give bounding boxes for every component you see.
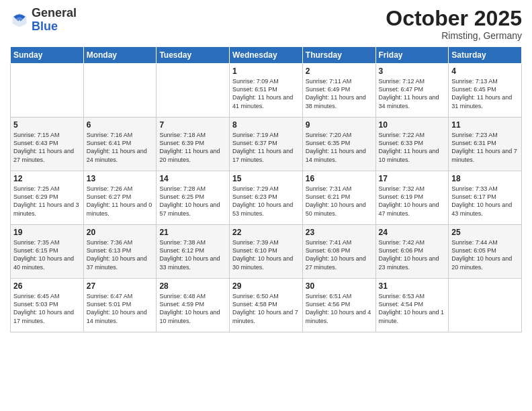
day-number: 21 (159, 228, 226, 237)
day-number: 18 (451, 174, 519, 183)
day-info: Sunrise: 6:45 AM Sunset: 5:03 PM Dayligh… (13, 292, 81, 325)
calendar-week-row: 12Sunrise: 7:25 AM Sunset: 6:29 PM Dayli… (11, 171, 522, 225)
day-info: Sunrise: 7:35 AM Sunset: 6:15 PM Dayligh… (13, 238, 81, 271)
day-number: 8 (232, 120, 300, 130)
day-number: 4 (451, 66, 519, 76)
day-number: 10 (379, 120, 446, 130)
table-row: 4Sunrise: 7:13 AM Sunset: 6:45 PM Daylig… (449, 64, 522, 118)
day-info: Sunrise: 7:44 AM Sunset: 6:05 PM Dayligh… (451, 238, 519, 271)
table-row: 30Sunrise: 6:51 AM Sunset: 4:56 PM Dayli… (302, 279, 375, 332)
table-row: 31Sunrise: 6:53 AM Sunset: 4:54 PM Dayli… (375, 279, 449, 332)
col-sunday: Sunday (11, 47, 84, 64)
day-info: Sunrise: 7:15 AM Sunset: 6:43 PM Dayligh… (13, 131, 81, 164)
day-info: Sunrise: 7:11 AM Sunset: 6:49 PM Dayligh… (306, 77, 373, 110)
day-number: 14 (159, 174, 226, 183)
day-number: 11 (451, 120, 519, 130)
table-row: 12Sunrise: 7:25 AM Sunset: 6:29 PM Dayli… (11, 171, 84, 225)
day-number: 15 (232, 174, 300, 183)
day-info: Sunrise: 7:20 AM Sunset: 6:35 PM Dayligh… (306, 131, 373, 164)
day-number: 7 (159, 120, 226, 130)
day-info: Sunrise: 7:09 AM Sunset: 6:51 PM Dayligh… (232, 77, 300, 110)
day-number: 27 (87, 281, 154, 291)
day-info: Sunrise: 7:28 AM Sunset: 6:25 PM Dayligh… (159, 185, 226, 218)
day-info: Sunrise: 7:36 AM Sunset: 6:13 PM Dayligh… (87, 238, 154, 271)
calendar: Sunday Monday Tuesday Wednesday Thursday… (10, 46, 522, 332)
day-info: Sunrise: 7:31 AM Sunset: 6:21 PM Dayligh… (306, 185, 373, 218)
day-info: Sunrise: 7:18 AM Sunset: 6:39 PM Dayligh… (159, 131, 226, 164)
day-number: 26 (13, 281, 81, 291)
day-info: Sunrise: 6:47 AM Sunset: 5:01 PM Dayligh… (87, 292, 154, 325)
day-number: 13 (87, 174, 154, 183)
day-info: Sunrise: 7:32 AM Sunset: 6:19 PM Dayligh… (379, 185, 446, 218)
day-number: 3 (379, 66, 446, 76)
day-info: Sunrise: 7:19 AM Sunset: 6:37 PM Dayligh… (232, 131, 300, 164)
table-row: 3Sunrise: 7:12 AM Sunset: 6:47 PM Daylig… (375, 64, 449, 118)
day-info: Sunrise: 7:25 AM Sunset: 6:29 PM Dayligh… (13, 185, 81, 218)
table-row: 2Sunrise: 7:11 AM Sunset: 6:49 PM Daylig… (302, 64, 375, 118)
calendar-week-row: 26Sunrise: 6:45 AM Sunset: 5:03 PM Dayli… (11, 279, 522, 332)
location: Rimsting, Germany (386, 30, 522, 41)
table-row: 29Sunrise: 6:50 AM Sunset: 4:58 PM Dayli… (230, 279, 303, 332)
day-info: Sunrise: 7:22 AM Sunset: 6:33 PM Dayligh… (379, 131, 446, 164)
day-number: 25 (451, 228, 519, 237)
day-info: Sunrise: 7:41 AM Sunset: 6:08 PM Dayligh… (306, 238, 373, 271)
table-row: 22Sunrise: 7:39 AM Sunset: 6:10 PM Dayli… (230, 225, 303, 279)
day-info: Sunrise: 7:42 AM Sunset: 6:06 PM Dayligh… (379, 238, 446, 271)
logo: General Blue (10, 7, 77, 34)
table-row: 24Sunrise: 7:42 AM Sunset: 6:06 PM Dayli… (375, 225, 449, 279)
day-number: 16 (306, 174, 373, 183)
table-row: 5Sunrise: 7:15 AM Sunset: 6:43 PM Daylig… (11, 118, 84, 171)
table-row (11, 64, 84, 118)
day-number: 6 (87, 120, 154, 130)
table-row: 27Sunrise: 6:47 AM Sunset: 5:01 PM Dayli… (83, 279, 157, 332)
day-number: 28 (159, 281, 226, 291)
table-row: 1Sunrise: 7:09 AM Sunset: 6:51 PM Daylig… (230, 64, 303, 118)
table-row: 14Sunrise: 7:28 AM Sunset: 6:25 PM Dayli… (157, 171, 230, 225)
day-info: Sunrise: 7:33 AM Sunset: 6:17 PM Dayligh… (451, 185, 519, 218)
day-info: Sunrise: 7:29 AM Sunset: 6:23 PM Dayligh… (232, 185, 300, 218)
day-info: Sunrise: 7:38 AM Sunset: 6:12 PM Dayligh… (159, 238, 226, 271)
table-row: 9Sunrise: 7:20 AM Sunset: 6:35 PM Daylig… (302, 118, 375, 171)
day-number: 5 (13, 120, 81, 130)
day-info: Sunrise: 6:48 AM Sunset: 4:59 PM Dayligh… (159, 292, 226, 325)
logo-icon (10, 11, 29, 30)
day-number: 1 (232, 66, 300, 76)
table-row: 13Sunrise: 7:26 AM Sunset: 6:27 PM Dayli… (83, 171, 157, 225)
day-number: 12 (13, 174, 81, 183)
calendar-week-row: 1Sunrise: 7:09 AM Sunset: 6:51 PM Daylig… (11, 64, 522, 118)
table-row: 10Sunrise: 7:22 AM Sunset: 6:33 PM Dayli… (375, 118, 449, 171)
col-monday: Monday (83, 47, 157, 64)
day-number: 17 (379, 174, 446, 183)
day-info: Sunrise: 6:51 AM Sunset: 4:56 PM Dayligh… (306, 292, 373, 325)
table-row: 21Sunrise: 7:38 AM Sunset: 6:12 PM Dayli… (157, 225, 230, 279)
table-row: 28Sunrise: 6:48 AM Sunset: 4:59 PM Dayli… (157, 279, 230, 332)
calendar-week-row: 5Sunrise: 7:15 AM Sunset: 6:43 PM Daylig… (11, 118, 522, 171)
table-row: 18Sunrise: 7:33 AM Sunset: 6:17 PM Dayli… (449, 171, 522, 225)
table-row (449, 279, 522, 332)
col-wednesday: Wednesday (230, 47, 303, 64)
day-info: Sunrise: 6:53 AM Sunset: 4:54 PM Dayligh… (379, 292, 446, 325)
day-number: 24 (379, 228, 446, 237)
calendar-week-row: 19Sunrise: 7:35 AM Sunset: 6:15 PM Dayli… (11, 225, 522, 279)
table-row: 20Sunrise: 7:36 AM Sunset: 6:13 PM Dayli… (83, 225, 157, 279)
logo-general: General (32, 6, 77, 19)
logo-blue: Blue (32, 19, 58, 33)
logo-text: General Blue (32, 7, 77, 34)
table-row: 8Sunrise: 7:19 AM Sunset: 6:37 PM Daylig… (230, 118, 303, 171)
day-number: 20 (87, 228, 154, 237)
day-info: Sunrise: 7:13 AM Sunset: 6:45 PM Dayligh… (451, 77, 519, 110)
day-number: 19 (13, 228, 81, 237)
col-saturday: Saturday (449, 47, 522, 64)
page: General Blue October 2025 Rimsting, Germ… (0, 0, 532, 411)
day-info: Sunrise: 7:26 AM Sunset: 6:27 PM Dayligh… (87, 185, 154, 218)
day-number: 31 (379, 281, 446, 291)
table-row: 7Sunrise: 7:18 AM Sunset: 6:39 PM Daylig… (157, 118, 230, 171)
day-number: 23 (306, 228, 373, 237)
table-row: 11Sunrise: 7:23 AM Sunset: 6:31 PM Dayli… (449, 118, 522, 171)
table-row: 19Sunrise: 7:35 AM Sunset: 6:15 PM Dayli… (11, 225, 84, 279)
day-info: Sunrise: 7:39 AM Sunset: 6:10 PM Dayligh… (232, 238, 300, 271)
day-info: Sunrise: 6:50 AM Sunset: 4:58 PM Dayligh… (232, 292, 300, 325)
month-title: October 2025 (386, 7, 522, 30)
day-info: Sunrise: 7:16 AM Sunset: 6:41 PM Dayligh… (87, 131, 154, 164)
day-number: 9 (306, 120, 373, 130)
